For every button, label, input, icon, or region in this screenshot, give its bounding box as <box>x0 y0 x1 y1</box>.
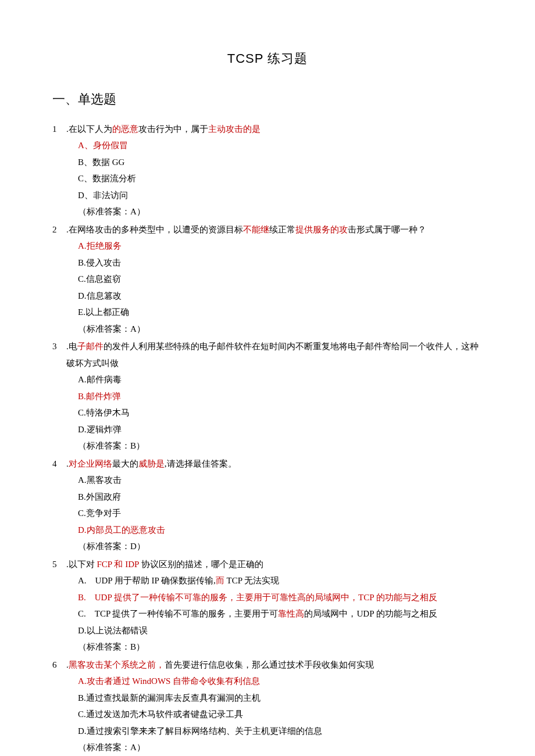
option-label: B. <box>78 593 95 602</box>
option-text: 信息篡改 <box>87 291 122 300</box>
option-text-post: 的局域网中，UDP 的功能与之相反 <box>304 609 437 618</box>
answer: （标准答案：B） <box>52 639 483 655</box>
option-label: C. <box>78 710 86 719</box>
option-label: C. <box>78 274 86 284</box>
option: D.逻辑炸弹 <box>78 421 483 438</box>
question: 2.在网络攻击的多种类型中，以遭受的资源目标不能继续正常提供服务的攻击形式属于哪… <box>52 221 483 338</box>
option-label: C. <box>78 508 86 518</box>
question-text: .在网络攻击的多种类型中，以遭受的资源目标不能继续正常提供服务的攻击形式属于哪一… <box>66 221 483 238</box>
stem-red: 主动攻击的是 <box>208 124 261 134</box>
option-text: 邮件病毒 <box>87 375 122 384</box>
option: D.内部员工的恶意攻击 <box>78 522 483 539</box>
option: D、非法访问 <box>78 187 483 204</box>
stem-pre: .电 <box>66 342 77 351</box>
question-number: 2 <box>52 221 66 238</box>
option: C. TCP 提供了一种传输不可靠的服务，主要用于可靠性高的局域网中，UDP 的… <box>78 605 483 622</box>
question: 3.电子邮件的发件人利用某些特殊的电子邮件软件在短时间内不断重复地将电子邮件寄给… <box>52 338 483 454</box>
option-label: A. <box>78 241 87 250</box>
question-number: 6 <box>52 657 66 673</box>
option-text: 数据流分析 <box>92 174 136 183</box>
option-text: UDP 提供了一种传输不可靠的服务，主要用于可靠性高的局域网中，TCP 的功能与… <box>95 593 437 602</box>
option-label: C. <box>78 609 95 618</box>
option-label: A. <box>78 576 95 585</box>
questions-container: 1.在以下人为的恶意攻击行为中，属于主动攻击的是A、身份假冒B、数据 GGC、数… <box>52 121 483 756</box>
question-text: .黑客攻击某个系统之前，首先要进行信息收集，那么通过技术手段收集如何实现 <box>66 657 483 673</box>
question-text: .电子邮件的发件人利用某些特殊的电子邮件软件在短时间内不断重复地将电子邮件寄给同… <box>66 338 483 371</box>
question-stem: 3.电子邮件的发件人利用某些特殊的电子邮件软件在短时间内不断重复地将电子邮件寄给… <box>52 338 483 371</box>
question-number: 5 <box>52 556 66 573</box>
stem-mid: 首先要进行信息收集，那么通过技术手段收集如何实现 <box>165 660 374 669</box>
question: 5.以下对 FCP 和 IDP 协议区别的描述，哪个是正确的A. UDP 用于帮… <box>52 556 483 655</box>
answer: （标准答案：D） <box>52 538 483 555</box>
stem-red: 子邮件 <box>77 342 104 351</box>
option: B.通过查找最新的漏洞库去反查具有漏洞的主机 <box>78 690 483 707</box>
question-stem: 2.在网络攻击的多种类型中，以遭受的资源目标不能继续正常提供服务的攻击形式属于哪… <box>52 221 483 238</box>
option: C、数据流分析 <box>78 170 483 187</box>
option-label: E. <box>78 307 85 317</box>
options: A. UDP 用于帮助 IP 确保数据传输,而 TCP 无法实现B. UDP 提… <box>52 572 483 639</box>
stem-red: 对企业网络 <box>69 459 112 468</box>
question: 4.对企业网络最大的威胁是,请选择最佳答案。A.黑客攻击B.外国政府C.竞争对手… <box>52 456 483 555</box>
question-number: 3 <box>52 338 66 371</box>
option-text: 逻辑炸弹 <box>87 425 122 434</box>
page-title: TCSP 练习题 <box>52 46 483 71</box>
option-text: 邮件炸弹 <box>86 392 121 401</box>
stem-mid: 续正常 <box>269 225 295 234</box>
option-text: 通过发送加壳木马软件或者键盘记录工具 <box>86 710 243 719</box>
stem-mid: 协议区别的描述，哪个是正确的 <box>141 560 263 569</box>
stem-post: 击形式属于哪一种？ <box>348 225 426 234</box>
question-stem: 5.以下对 FCP 和 IDP 协议区别的描述，哪个是正确的 <box>52 556 483 573</box>
option: B.侵入攻击 <box>78 255 483 271</box>
stem-mid: 攻击行为中，属于 <box>138 124 208 134</box>
option-label: A. <box>78 375 87 384</box>
option: D.通过搜索引擎来来了解目标网络结构、关于主机更详细的信息 <box>78 723 483 740</box>
option-label: B、 <box>78 157 92 167</box>
option-text: 竞争对手 <box>86 508 121 518</box>
option-label: A. <box>78 676 87 686</box>
option-text-red: 而 <box>216 576 224 585</box>
option-label: B. <box>78 258 86 267</box>
section-heading: 一、单选题 <box>52 87 483 112</box>
option-label: C、 <box>78 174 92 183</box>
option: B.邮件炸弹 <box>78 388 483 405</box>
option: C.通过发送加壳木马软件或者键盘记录工具 <box>78 706 483 723</box>
stem-red: 不能继 <box>243 225 269 234</box>
option: A.攻击者通过 WindOWS 自带命令收集有利信息 <box>78 673 483 690</box>
question-number: 4 <box>52 456 66 472</box>
question-stem: 1.在以下人为的恶意攻击行为中，属于主动攻击的是 <box>52 121 483 138</box>
option: C.特洛伊木马 <box>78 404 483 421</box>
option-label: D. <box>78 626 87 635</box>
question-text: .在以下人为的恶意攻击行为中，属于主动攻击的是 <box>66 121 483 138</box>
option: D.信息篡改 <box>78 288 483 304</box>
question-text: .对企业网络最大的威胁是,请选择最佳答案。 <box>66 456 483 472</box>
options: A、身份假冒B、数据 GGC、数据流分析D、非法访问 <box>52 137 483 203</box>
option-text-red: 靠性高 <box>278 609 304 618</box>
stem-red: 的恶意 <box>112 124 138 134</box>
option-text: 拒绝服务 <box>87 241 122 250</box>
option-text: 内部员工的恶意攻击 <box>87 525 165 535</box>
option-label: B. <box>78 492 86 501</box>
option-text: 攻击者通过 WindOWS 自带命令收集有利信息 <box>87 676 261 686</box>
option: D.以上说法都错误 <box>78 622 483 639</box>
question: 1.在以下人为的恶意攻击行为中，属于主动攻击的是A、身份假冒B、数据 GGC、数… <box>52 121 483 220</box>
answer: （标准答案：A） <box>52 203 483 220</box>
option-text: 以上都正确 <box>85 307 129 317</box>
answer: （标准答案：A） <box>52 739 483 756</box>
option-label: A. <box>78 475 87 485</box>
option: A、身份假冒 <box>78 137 483 154</box>
option: C.竞争对手 <box>78 505 483 522</box>
options: A.邮件病毒B.邮件炸弹C.特洛伊木马D.逻辑炸弹 <box>52 371 483 438</box>
option-text: 以上说法都错误 <box>87 626 148 635</box>
option-label: B. <box>78 693 86 703</box>
option-label: D. <box>78 425 87 434</box>
stem-post: ,请选择最佳答案。 <box>165 459 237 468</box>
stem-red: 黑客攻击某个系统之前， <box>69 660 165 669</box>
stem-red: 威胁是 <box>138 459 165 468</box>
option: B. UDP 提供了一种传输不可靠的服务，主要用于可靠性高的局域网中，TCP 的… <box>78 589 483 606</box>
option-text: 特洛伊木马 <box>86 408 130 417</box>
options: A.攻击者通过 WindOWS 自带命令收集有利信息B.通过查找最新的漏洞库去反… <box>52 673 483 739</box>
stem-red: 提供服务的攻 <box>295 225 348 234</box>
option-text-pre: TCP 提供了一种传输不可靠的服务，主要用于可 <box>95 609 279 618</box>
option-text: 信息盗窃 <box>86 274 121 284</box>
option-label: D. <box>78 726 87 736</box>
